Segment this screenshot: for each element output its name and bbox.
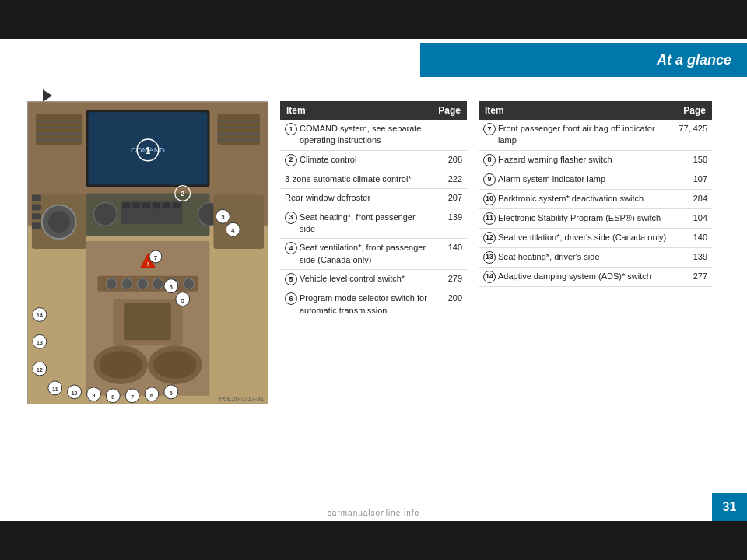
svg-point-44: [153, 278, 163, 289]
svg-point-50: [99, 351, 142, 379]
header-title: At a glance: [657, 52, 731, 68]
table-cell-item: 12Seat ventilation*, driver's side (Cana…: [479, 228, 674, 247]
table-row: 6Program mode selector switch for automa…: [280, 289, 467, 320]
table-cell-item: 9Alarm system indicator lamp: [479, 170, 674, 189]
item-text: Seat ventilation*, driver's side (Canada…: [498, 232, 669, 243]
svg-point-42: [121, 278, 132, 289]
table-cell-item: 2Climate control: [280, 150, 432, 170]
item-number: 5: [285, 273, 297, 285]
svg-text:1: 1: [146, 145, 151, 156]
svg-text:7: 7: [131, 394, 134, 400]
table-cell-page: 140: [674, 228, 712, 247]
table-cell-item: Rear window defroster: [280, 189, 432, 208]
table-cell-page: 284: [674, 189, 712, 208]
svg-rect-33: [173, 202, 181, 208]
item-text: Seat ventilation*, front passenger side …: [300, 242, 427, 266]
table-cell-page: 104: [674, 208, 712, 228]
table-row: 12Seat ventilation*, driver's side (Cana…: [479, 228, 712, 247]
svg-text:14: 14: [37, 313, 43, 318]
table-cell-item: 5Vehicle level control switch*: [280, 270, 432, 289]
svg-text:13: 13: [37, 340, 43, 345]
table-cell-item: 11Electronic Stability Program (ESP®) sw…: [479, 208, 674, 228]
item-text: Seat heating*, driver's side: [498, 251, 669, 263]
bottom-bar: [0, 521, 747, 560]
table-row: 5Vehicle level control switch*279: [280, 270, 467, 289]
svg-rect-31: [153, 202, 160, 208]
table-row: Rear window defroster207: [280, 189, 467, 208]
table-row: 10Parktronic system* deactivation switch…: [479, 189, 712, 208]
svg-point-52: [153, 351, 197, 379]
table-row: 13Seat heating*, driver's side139: [479, 247, 712, 267]
table-row: 1COMAND system, see separate operating i…: [280, 120, 467, 150]
svg-text:6: 6: [150, 393, 153, 398]
svg-text:10: 10: [72, 390, 78, 396]
item-text: Program mode selector switch for automat…: [300, 292, 427, 317]
table-row: 3Seat heating*, front passenger side139: [280, 208, 467, 239]
item-number: 2: [285, 154, 297, 166]
item-text: Rear window defroster: [285, 192, 427, 204]
left-table-page-header: Page: [432, 101, 467, 120]
svg-text:5: 5: [181, 297, 184, 304]
arrow-marker-icon: [43, 89, 52, 102]
svg-rect-32: [163, 202, 170, 208]
item-number: 10: [483, 193, 496, 205]
left-table: Item Page 1COMAND system, see separate o…: [280, 101, 467, 320]
item-text: Vehicle level control switch*: [300, 273, 427, 285]
item-number: 6: [285, 292, 297, 305]
table-row: 3-zone automatic climate control*222: [280, 170, 467, 188]
svg-text:3: 3: [221, 214, 225, 221]
item-text: Hazard warning flasher switch: [498, 154, 669, 166]
item-text: Parktronic system* deactivation switch: [498, 193, 669, 205]
svg-text:2: 2: [181, 190, 184, 198]
table-cell-page: 77, 425: [674, 120, 712, 150]
svg-rect-22: [32, 213, 41, 219]
svg-text:8: 8: [111, 394, 114, 400]
item-text: COMAND system, see separate operating in…: [300, 123, 427, 147]
svg-rect-48: [124, 303, 171, 341]
svg-point-46: [184, 278, 195, 289]
table-cell-page: 200: [432, 289, 467, 320]
right-table-page-header: Page: [674, 101, 712, 120]
item-text: Climate control: [300, 154, 427, 166]
item-number: 12: [483, 232, 496, 244]
table-cell-page: 139: [674, 247, 712, 267]
table-cell-page: 208: [432, 150, 467, 170]
item-number: 8: [483, 154, 496, 166]
table-row: 9Alarm system indicator lamp107: [479, 170, 712, 189]
table-cell-item: 7Front passenger front air bag off indic…: [479, 120, 674, 150]
item-number: 1: [285, 123, 297, 135]
table-cell-item: 13Seat heating*, driver's side: [479, 247, 674, 267]
item-number: 9: [483, 173, 496, 186]
svg-text:11: 11: [52, 387, 58, 392]
table-cell-page: 150: [674, 150, 712, 170]
table-row: 11Electronic Stability Program (ESP®) sw…: [479, 208, 712, 228]
table-cell-item: 6Program mode selector switch for automa…: [280, 289, 432, 320]
item-number: 4: [285, 242, 297, 254]
svg-text:9: 9: [93, 393, 96, 398]
item-text: Seat heating*, front passenger side: [300, 212, 427, 236]
item-text: Alarm system indicator lamp: [498, 173, 669, 185]
header-banner: At a glance: [420, 43, 747, 77]
svg-rect-20: [32, 194, 41, 201]
top-bar: [0, 0, 747, 39]
svg-rect-29: [132, 202, 140, 208]
item-text: Front passenger front air bag off indica…: [498, 123, 669, 147]
item-number: 11: [483, 212, 496, 225]
svg-point-41: [106, 278, 117, 289]
table-cell-page: 277: [674, 267, 712, 286]
item-text: Adaptive damping system (ADS)* switch: [498, 271, 669, 282]
svg-text:12: 12: [37, 367, 43, 373]
svg-text:!: !: [147, 261, 149, 268]
table-cell-page: 139: [432, 208, 467, 239]
table-cell-page: 107: [674, 170, 712, 189]
left-table-item-header: Item: [280, 101, 432, 120]
car-interior-image: COMAND 1: [27, 101, 268, 404]
svg-point-25: [93, 202, 117, 226]
right-table: Item Page 7Front passenger front air bag…: [479, 101, 712, 287]
item-text: 3-zone automatic climate control*: [285, 173, 427, 185]
table-row: 14Adaptive damping system (ADS)* switch2…: [479, 267, 712, 286]
table-cell-item: 3Seat heating*, front passenger side: [280, 208, 432, 239]
table-cell-item: 10Parktronic system* deactivation switch: [479, 189, 674, 208]
item-number: 13: [483, 251, 496, 264]
table-row: 8Hazard warning flasher switch150: [479, 150, 712, 170]
